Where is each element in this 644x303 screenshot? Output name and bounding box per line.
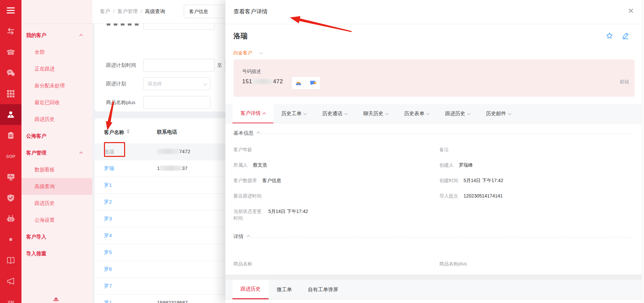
- grid-icon: [7, 90, 14, 97]
- sidebar-robot-icon[interactable]: [0, 208, 21, 229]
- customer-name-link[interactable]: 罗6: [104, 266, 112, 272]
- filter-select[interactable]: 请选择: [143, 77, 210, 90]
- customer-name-link[interactable]: 罗瑞: [104, 165, 114, 172]
- section-column-right: 备注创建人罗瑞峰创建时间5月14日 下午17:42导入批次12023051417…: [439, 137, 503, 221]
- sidebar-item-我的客户[interactable]: 我的客户: [21, 27, 92, 44]
- field-row: 商品名称: [233, 260, 439, 267]
- sidebar-item-正在跟进[interactable]: 正在跟进: [21, 60, 92, 77]
- sidebar-hamburger-menu-icon[interactable]: [0, 0, 21, 21]
- drawer-scrollbar[interactable]: [642, 0, 644, 303]
- shield-check-icon: [7, 194, 14, 202]
- sidebar-book-icon[interactable]: [0, 250, 21, 271]
- sidebar-item-客户导入[interactable]: 客户导入: [21, 228, 92, 245]
- edit-pencil-icon[interactable]: [622, 32, 629, 41]
- sidebar-phone-icon[interactable]: ☎: [0, 42, 21, 62]
- breadcrumb-item[interactable]: 客户管理: [117, 8, 138, 14]
- drawer-tab-历史表单[interactable]: 历史表单: [396, 104, 437, 123]
- sidebar-item-跟进历史[interactable]: 跟进历史: [21, 111, 92, 128]
- date-start-input[interactable]: [143, 59, 215, 72]
- drawer-tab-历史邮件[interactable]: 历史邮件: [478, 104, 519, 123]
- sidebar-item-公海客户[interactable]: 公海客户: [21, 128, 92, 144]
- customer-name-link[interactable]: 罗4: [104, 232, 112, 239]
- sidebar-transfer-arrows-icon[interactable]: [0, 21, 21, 42]
- chevron-down-icon: [467, 112, 471, 115]
- sidebar-megaphone-icon[interactable]: [0, 271, 21, 292]
- chevron-up-icon[interactable]: [257, 132, 260, 135]
- drawer-tab-客户详情[interactable]: 客户详情: [232, 104, 273, 123]
- sidebar-item-导入筛重[interactable]: 导入筛重: [21, 245, 92, 262]
- customer-level-tag[interactable]: 白金客户: [233, 50, 252, 55]
- drawer-tab-历史通话[interactable]: 历史通话: [314, 104, 355, 123]
- clipped-input[interactable]: [143, 24, 215, 30]
- sidebar-item-公海设置[interactable]: 公海设置: [21, 212, 92, 228]
- bottom-tab-跟进历史[interactable]: 跟进历史: [232, 280, 269, 299]
- sidebar-dot-icon[interactable]: [0, 229, 21, 250]
- drawer-tab-跟进历史[interactable]: 跟进历史: [437, 104, 478, 123]
- field-row: 客户年龄: [233, 146, 439, 153]
- sidebar-grid-icon[interactable]: [0, 83, 21, 104]
- sidebar-clipboard-icon[interactable]: [0, 125, 21, 146]
- sidebar-customer-person-icon[interactable]: [0, 104, 21, 125]
- sidebar-item-全部[interactable]: 全部: [21, 44, 92, 60]
- customer-name-link[interactable]: 罗2: [104, 199, 112, 205]
- section-title[interactable]: 详情: [233, 233, 247, 240]
- field-label: 客户年龄: [233, 146, 252, 153]
- table-row: 罗7: [95, 278, 229, 295]
- sidebar-item-跟进历史[interactable]: 跟进历史: [21, 195, 92, 212]
- section-title[interactable]: 基本信息: [233, 130, 257, 136]
- drawer-header: 查看客户详情 ✕: [225, 0, 644, 24]
- bottom-tab-自有工单弹屏[interactable]: 自有工单弹屏: [300, 280, 346, 299]
- sidebar-sop-icon[interactable]: SOP: [0, 146, 21, 167]
- sidebar-item-新分配未处理[interactable]: 新分配未处理: [21, 77, 92, 94]
- customer-name-link[interactable]: 罗1: [104, 182, 112, 188]
- sidebar-item-高级查询[interactable]: 高级查询: [21, 178, 92, 195]
- sms-icon[interactable]: [310, 79, 317, 87]
- column-customer-name[interactable]: 客户名称: [104, 129, 130, 136]
- field-row: 客户数据库客户信息: [233, 177, 439, 184]
- customer-name-link[interactable]: 洛瑞: [104, 148, 114, 155]
- customer-name-link[interactable]: 罗5: [104, 249, 112, 256]
- sidebar-item-客户管理[interactable]: 客户管理: [21, 144, 92, 161]
- field-label: 导入批次: [439, 192, 458, 199]
- sidebar-chat-bubbles-icon[interactable]: [0, 62, 21, 83]
- chevron-down-icon[interactable]: [259, 50, 263, 54]
- field-value: 5月14日 下午17:42: [464, 177, 503, 184]
- chevron-down-icon: [203, 82, 207, 85]
- customer-name-link[interactable]: 罗3: [104, 216, 112, 222]
- sidebar-collapse-button[interactable]: [53, 297, 59, 301]
- drawer-tab-历史工单[interactable]: 历史工单: [273, 104, 314, 123]
- chevron-up-icon[interactable]: [79, 34, 83, 38]
- column-phone: 联系电话: [157, 129, 177, 135]
- field-label: 创建时间: [439, 177, 458, 184]
- sidebar-item-最近已回收[interactable]: 最近已回收: [21, 94, 92, 111]
- bottom-tab-微工单[interactable]: 微工单: [269, 280, 300, 299]
- sidebar-item-数据看板[interactable]: 数据看板: [21, 161, 92, 178]
- sidebar-xm-icon[interactable]: XM: [0, 292, 21, 303]
- sidebar-item-label: 跟进历史: [35, 200, 55, 206]
- call-icon[interactable]: [295, 79, 302, 87]
- field-label: 所属人: [233, 162, 248, 168]
- phone-icon: ☎: [6, 49, 15, 56]
- section-column-left: 商品名称: [233, 252, 439, 267]
- email-label[interactable]: 邮箱: [620, 79, 629, 85]
- app-icon-sidebar: ☎SOPXM: [0, 0, 21, 303]
- robot-icon: [7, 215, 15, 222]
- table-row: 罗115982319687: [95, 295, 229, 303]
- close-icon[interactable]: ✕: [627, 7, 635, 15]
- chevron-up-icon[interactable]: [247, 235, 250, 239]
- customer-name-link[interactable]: 罗7: [104, 283, 112, 289]
- chevron-up-icon[interactable]: [79, 152, 83, 155]
- sidebar-monitor-icon[interactable]: [0, 167, 21, 187]
- field-row: 商品名称plus: [439, 260, 472, 267]
- sidebar-item-label: 正在跟进: [35, 66, 55, 72]
- customer-name-link[interactable]: 罗1: [104, 300, 112, 303]
- sidebar-item-label: 客户管理: [26, 150, 46, 156]
- star-favorite-icon[interactable]: [606, 32, 613, 41]
- filter-input[interactable]: [143, 96, 210, 109]
- sidebar-shield-check-icon[interactable]: [0, 187, 21, 208]
- drawer-tab-聊天历史[interactable]: 聊天历史: [355, 104, 396, 123]
- chevron-up-icon: [263, 113, 266, 116]
- sort-icon[interactable]: [126, 129, 130, 134]
- customer-name-row: 洛瑞: [233, 31, 632, 42]
- breadcrumb-item[interactable]: 客户: [100, 8, 110, 14]
